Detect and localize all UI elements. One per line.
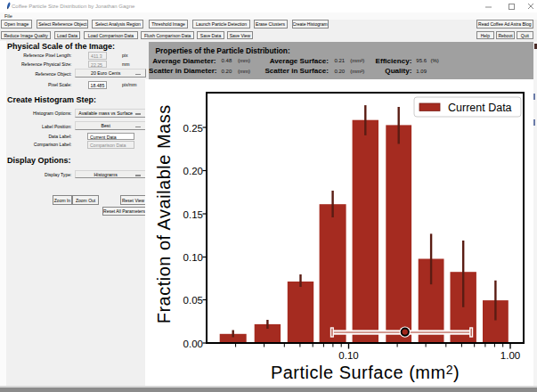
svg-text:0.10: 0.10 xyxy=(338,350,358,361)
svg-text:0.00: 0.00 xyxy=(183,339,203,349)
svg-text:0.15: 0.15 xyxy=(183,209,203,220)
svg-text:0.10: 0.10 xyxy=(183,252,203,263)
svg-text:0.20: 0.20 xyxy=(183,166,203,176)
svg-text:Particle Surface (mm2): Particle Surface (mm2) xyxy=(271,363,460,382)
svg-text:0.05: 0.05 xyxy=(183,295,203,306)
svg-text:Fraction of Available Mass: Fraction of Available Mass xyxy=(155,104,175,323)
svg-text:Current Data: Current Data xyxy=(448,102,512,114)
svg-text:1.00: 1.00 xyxy=(500,350,520,361)
svg-text:0.25: 0.25 xyxy=(183,123,203,134)
